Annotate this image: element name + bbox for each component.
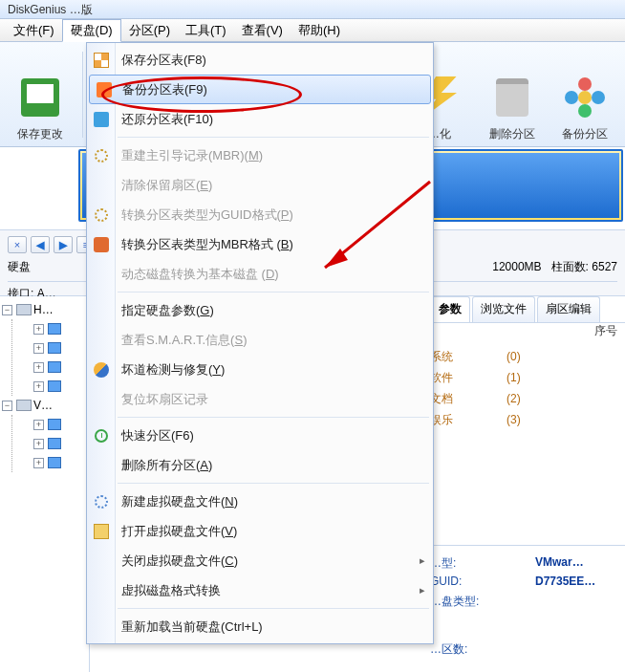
toolbar-delete-label: 删除分区 <box>489 126 535 142</box>
tree-collapse-icon[interactable]: − <box>2 305 12 315</box>
dropdown-item: 查看S.M.A.R.T.信息(S) <box>87 325 433 355</box>
menu-item[interactable]: 分区(P) <box>121 20 178 41</box>
nav-first-button[interactable]: × <box>8 236 27 253</box>
nav-next-button[interactable]: ▶ <box>54 236 73 253</box>
dropdown-separator <box>118 483 429 484</box>
dropdown-item[interactable]: 还原分区表(F10) <box>87 104 433 134</box>
dropdown-item-label: 新建虚拟硬盘文件(N) <box>121 493 238 510</box>
volume-name: 娱乐 <box>430 412 506 428</box>
tree-disk-node[interactable]: −H… <box>2 300 87 319</box>
dropdown-item[interactable]: 删除所有分区(A) <box>87 450 433 480</box>
menu-item[interactable]: 帮助(H) <box>291 20 348 41</box>
dropdown-item-label: 保存分区表(F8) <box>121 52 206 69</box>
right-tabs: 参数浏览文件扇区编辑 <box>430 296 625 323</box>
tree-expand-icon[interactable]: + <box>33 343 44 354</box>
volume-index: (3) <box>506 413 521 426</box>
dropdown-item[interactable]: 备份分区表(F9) <box>89 75 431 104</box>
dropdown-separator <box>118 137 429 138</box>
dropdown-item[interactable]: 坏道检测与修复(Y) <box>87 355 433 384</box>
volume-row[interactable]: 系统(0) <box>430 346 625 367</box>
dropdown-item[interactable]: 重新加载当前硬盘(Ctrl+L) <box>87 612 433 641</box>
toolbar-backup-partition-button[interactable]: 备份分区 <box>550 47 619 142</box>
volume-row[interactable]: 文档(2) <box>430 388 625 409</box>
tree-volume-node[interactable]: + <box>33 453 87 472</box>
column-header-seq: 序号 <box>594 323 617 339</box>
toolbar-delete-partition-button[interactable]: 删除分区 <box>478 47 547 142</box>
disk-menu-dropdown: 保存分区表(F8)备份分区表(F9)还原分区表(F10)重建主引导记录(MBR)… <box>86 42 434 644</box>
dropdown-item-label: 重新加载当前硬盘(Ctrl+L) <box>121 618 263 636</box>
dropdown-separator <box>118 292 429 293</box>
tree-volume-node[interactable]: + <box>33 377 87 396</box>
dropdown-item-label: 删除所有分区(A) <box>121 457 212 474</box>
tree-expand-icon[interactable]: + <box>33 324 44 335</box>
dropdown-item: 动态磁盘转换为基本磁盘 (D) <box>87 259 433 289</box>
tab[interactable]: 参数 <box>430 296 470 322</box>
disk-icon <box>16 400 32 411</box>
toolbar-backup-label: 备份分区 <box>562 126 608 142</box>
dropdown-item-label: 清除保留扇区(E) <box>121 177 212 194</box>
dropdown-item[interactable]: 新建虚拟硬盘文件(N) <box>87 487 433 516</box>
tree-volume-node[interactable]: + <box>33 338 87 358</box>
prop-partcount-key: …区数: <box>430 641 535 661</box>
dropdown-item-label: 坏道检测与修复(Y) <box>121 361 225 379</box>
disk-label: 硬盘 <box>8 260 31 273</box>
tree-volume-node[interactable]: + <box>33 415 87 434</box>
prop-guid-key: GUID: <box>430 574 535 594</box>
trash-icon <box>489 75 535 120</box>
toolbar-save-button[interactable]: 保存更改 <box>6 47 75 142</box>
dropdown-item-label: 查看S.M.A.R.T.信息(S) <box>121 332 247 349</box>
window-title: DiskGenius …版 <box>8 3 93 16</box>
volume-index: (2) <box>506 392 521 405</box>
volume-row[interactable]: 娱乐(3) <box>430 409 625 430</box>
tree-expand-icon[interactable]: + <box>33 458 44 468</box>
tab[interactable]: 浏览文件 <box>472 296 535 322</box>
toolbar-save-label: 保存更改 <box>17 126 63 142</box>
volume-row[interactable]: 软件(1) <box>430 367 625 388</box>
volume-name: 系统 <box>430 349 506 365</box>
dropdown-item[interactable]: 转换分区表类型为MBR格式 (B) <box>87 229 433 259</box>
menu-item[interactable]: 工具(T) <box>178 20 234 41</box>
tab[interactable]: 扇区编辑 <box>537 296 600 322</box>
tree-expand-icon[interactable]: + <box>33 439 44 449</box>
volume-index: (1) <box>506 371 521 384</box>
menu-item[interactable]: 文件(F) <box>6 20 62 41</box>
dic-grid-icon <box>93 52 110 69</box>
tree-disk-node[interactable]: −V… <box>2 396 87 415</box>
window-title-bar: DiskGenius …版 <box>0 0 625 19</box>
disk-icon <box>16 304 32 315</box>
dropdown-item[interactable]: 打开虚拟硬盘文件(V) <box>87 516 433 546</box>
volume-icon <box>48 361 61 373</box>
tree-volume-node[interactable]: + <box>33 434 87 453</box>
dic-open-icon <box>93 523 110 540</box>
menu-item[interactable]: 硬盘(D) <box>62 19 121 42</box>
dropdown-item-label: 备份分区表(F9) <box>122 81 207 98</box>
dropdown-item[interactable]: 保存分区表(F8) <box>87 45 433 75</box>
tree-expand-icon[interactable]: + <box>33 362 44 373</box>
tree-collapse-icon[interactable]: − <box>2 401 12 411</box>
disk-tree-pane: −H…++++−V…+++ <box>0 296 90 672</box>
toolbar-separator <box>82 52 83 138</box>
dropdown-item-label: 快速分区(F6) <box>121 427 194 444</box>
volume-list: 系统(0)软件(1)文档(2)娱乐(3) …型:VMwar… GUID:D773… <box>430 346 625 661</box>
dropdown-item[interactable]: 虚拟磁盘格式转换 <box>87 575 433 605</box>
dic-rest-icon <box>93 111 110 128</box>
tree-expand-icon[interactable]: + <box>33 381 44 392</box>
volume-icon <box>48 419 61 430</box>
dropdown-item[interactable]: 快速分区(F6) <box>87 421 433 450</box>
dropdown-separator <box>118 608 429 609</box>
dropdown-item: 重建主引导记录(MBR)(M) <box>87 141 433 170</box>
tree-volume-node[interactable]: + <box>33 319 87 338</box>
volume-index: (0) <box>506 350 521 363</box>
dropdown-item-label: 复位坏扇区记录 <box>121 391 208 408</box>
nav-prev-button[interactable]: ◀ <box>31 236 50 253</box>
tree-expand-icon[interactable]: + <box>33 420 44 430</box>
volume-name: 文档 <box>430 391 506 407</box>
dic-clock-icon <box>93 427 110 444</box>
dropdown-separator <box>118 417 429 418</box>
volume-icon <box>48 457 61 468</box>
tree-volume-node[interactable]: + <box>33 358 87 377</box>
menu-item[interactable]: 查看(V) <box>234 20 291 41</box>
volume-icon <box>48 323 61 335</box>
dropdown-item[interactable]: 指定硬盘参数(G) <box>87 295 433 325</box>
dropdown-item[interactable]: 关闭虚拟硬盘文件(C) <box>87 546 433 575</box>
